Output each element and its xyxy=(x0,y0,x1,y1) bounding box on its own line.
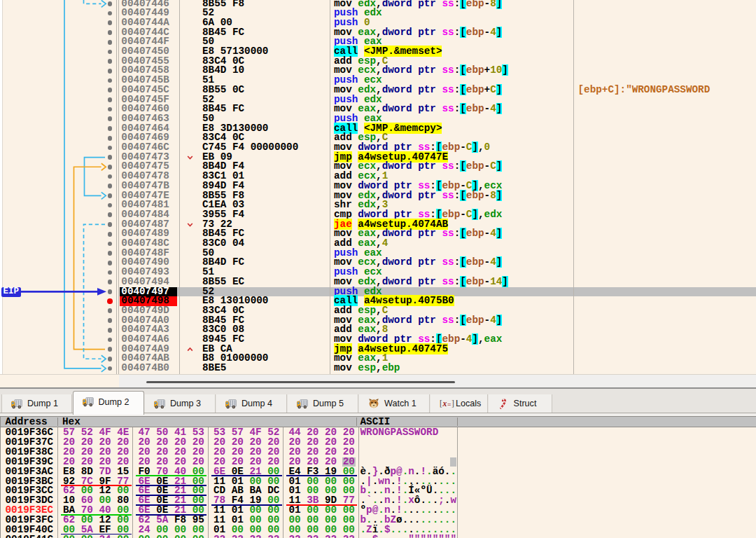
tab-dump-1[interactable]: Dump 1 xyxy=(1,394,72,413)
header-separator-1 xyxy=(57,418,58,427)
tab-label: Locals xyxy=(456,394,481,413)
dump-separator-group-2 xyxy=(208,427,209,538)
pointer-underline xyxy=(61,514,132,516)
hex-dword-group: 00 00 24 00 xyxy=(63,535,129,538)
instruction-bytes: 8BE5 xyxy=(202,364,226,373)
pointer-underline xyxy=(136,485,206,486)
pointer-underline xyxy=(136,495,206,496)
dump-header-address: Address xyxy=(6,417,48,427)
tab-watch-1[interactable]: Watch 1 xyxy=(359,394,430,413)
hex-dword-group: 22 22 22 22 xyxy=(289,535,355,538)
inline-comment: [ebp+C]:"WRONGPASSWORD xyxy=(578,85,710,95)
tab-locals[interactable]: [x=]Locals xyxy=(430,394,488,413)
horizontal-scrollbar[interactable] xyxy=(0,374,756,387)
dump-truck-icon xyxy=(225,398,237,409)
dump-column-headers: Address Hex ASCII xyxy=(1,416,756,428)
instruction-dot-icon[interactable] xyxy=(108,97,113,102)
column-separator-bytes-disasm xyxy=(330,0,330,374)
tab-label: Struct xyxy=(514,394,537,413)
struct-cane-icon xyxy=(498,398,509,409)
dump-separator-group-1 xyxy=(132,427,133,538)
dump-separator-hex-ascii xyxy=(358,427,359,538)
instruction-dot-icon[interactable] xyxy=(108,193,113,198)
instruction-dot-icon[interactable] xyxy=(108,165,113,170)
jump-down-marker-icon xyxy=(187,153,193,165)
tab-struct[interactable]: Struct xyxy=(489,394,553,413)
pointer-underline xyxy=(61,534,132,535)
dump-separator-address xyxy=(57,427,58,538)
svg-text:[: [ xyxy=(440,399,442,408)
tab-label: Dump 1 xyxy=(27,394,58,413)
instruction-dot-icon[interactable] xyxy=(108,289,113,294)
pointer-underline xyxy=(286,475,357,476)
tab-dump-5[interactable]: Dump 5 xyxy=(288,394,358,413)
dump-truck-icon xyxy=(11,398,22,409)
tab-label: Dump 3 xyxy=(170,394,201,413)
instruction-dot-icon[interactable] xyxy=(108,328,113,333)
tab-dump-2[interactable]: Dump 2 xyxy=(73,391,144,415)
jump-down-marker-icon xyxy=(187,220,193,232)
instruction-dot-icon[interactable] xyxy=(108,261,113,265)
tab-dump-3[interactable]: Dump 3 xyxy=(145,394,216,413)
eip-label: EIP xyxy=(1,287,22,297)
instruction-text: mov esp,ebp xyxy=(334,364,400,373)
instruction-address: 004074B0 xyxy=(120,364,177,373)
instruction-dot-icon[interactable] xyxy=(108,232,113,237)
bottom-tab-bar: Dump 1Dump 2Dump 3Dump 4Dump 5Watch 1[x=… xyxy=(0,389,756,413)
svg-text:]: ] xyxy=(451,399,454,408)
tab-label: Dump 5 xyxy=(313,394,344,413)
scrollbar-thumb[interactable] xyxy=(146,381,455,383)
instruction-dot-icon[interactable] xyxy=(108,69,113,74)
column-separator-address-bytes xyxy=(179,0,180,374)
pointer-underline xyxy=(136,514,206,516)
header-separator-3 xyxy=(457,418,458,427)
header-separator-2 xyxy=(356,418,357,427)
dump-separator-ascii-end xyxy=(457,427,458,538)
instruction-dot-icon[interactable] xyxy=(108,40,113,45)
dump-truck-icon xyxy=(297,398,308,409)
svg-text:x: x xyxy=(442,399,447,408)
jump-up-marker-icon xyxy=(187,345,193,357)
column-separator-disasm-comment xyxy=(573,0,574,374)
tab-label: Dump 4 xyxy=(241,394,272,413)
dump-panel[interactable]: Address Hex ASCII 0019F36C57 52 4F 4E47 … xyxy=(0,416,756,538)
tab-label: Watch 1 xyxy=(384,394,416,413)
tab-dump-4[interactable]: Dump 4 xyxy=(216,394,287,413)
disassembly-panel[interactable]: EIP 004074468B55 F8mov edx,dword ptr ss:… xyxy=(0,0,756,374)
pointer-underline xyxy=(61,485,132,486)
pointer-underline xyxy=(286,504,357,506)
hex-dword-group: 00 00 00 00 xyxy=(139,535,204,538)
dump-header-hex: Hex xyxy=(62,417,80,427)
ascii-text: ..$....."""""""" xyxy=(360,535,457,538)
dump-header-ascii: ASCII xyxy=(360,417,391,427)
dump-row[interactable]: 0019F41C00 00 24 0000 00 00 0022 22 22 2… xyxy=(1,535,756,538)
debugger-window: EIP 004074468B55 F8mov edx,dword ptr ss:… xyxy=(0,0,756,538)
hex-dword-group: 22 22 22 22 xyxy=(214,535,279,538)
watchdog-icon xyxy=(368,398,379,409)
dump-truck-icon xyxy=(83,396,94,407)
locals-x-icon: [x=] xyxy=(440,398,455,409)
dump-separator-group-3 xyxy=(283,427,284,538)
instruction-dot-icon[interactable] xyxy=(108,136,113,141)
instruction-dot-icon[interactable] xyxy=(108,1,113,6)
dump-address: 0019F41C xyxy=(6,535,54,538)
pointer-underline xyxy=(211,475,282,476)
pointer-underline xyxy=(136,475,206,476)
breakpoint-dot-icon[interactable] xyxy=(107,298,113,304)
dump-truck-icon xyxy=(154,398,165,409)
jump-arrows-graphic xyxy=(0,0,119,374)
pointer-underline xyxy=(211,504,282,506)
instruction-dot-icon[interactable] xyxy=(108,357,113,361)
tab-label: Dump 2 xyxy=(99,392,130,413)
pointer-underline xyxy=(136,504,206,506)
